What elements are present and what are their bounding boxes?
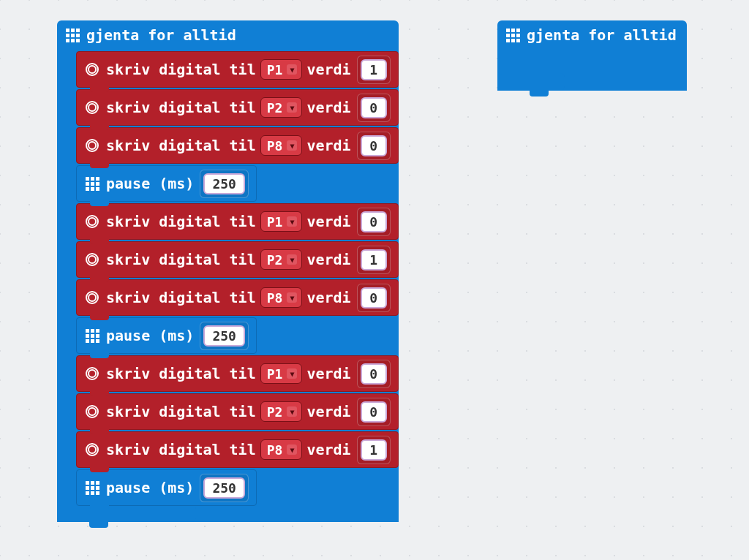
write-label-post: verdi — [306, 99, 350, 116]
target-icon — [84, 137, 100, 154]
pin-dropdown[interactable]: P2 ▼ — [260, 401, 303, 422]
write-label-pre: skriv digital til — [106, 137, 256, 154]
forever-block[interactable]: gjenta for alltid skriv digital til P1 ▼… — [57, 20, 399, 522]
forever-header[interactable]: gjenta for alltid — [497, 20, 687, 50]
target-icon — [84, 404, 100, 420]
chevron-down-icon: ▼ — [287, 292, 297, 303]
value-number[interactable]: 1 — [361, 59, 387, 80]
grid-icon — [505, 27, 521, 43]
value-slot[interactable]: 0 — [357, 284, 391, 312]
ms-number[interactable]: 250 — [203, 477, 245, 499]
target-icon — [84, 61, 100, 77]
pin-dropdown[interactable]: P8 ▼ — [260, 287, 303, 308]
forever-block[interactable]: gjenta for alltid — [497, 20, 687, 91]
digital-write-block[interactable]: skriv digital til P1 ▼ verdi 1 — [76, 51, 399, 88]
write-label-pre: skriv digital til — [106, 289, 256, 306]
value-number[interactable]: 1 — [361, 439, 387, 461]
digital-write-block[interactable]: skriv digital til P8 ▼ verdi 1 — [76, 431, 399, 468]
pin-dropdown[interactable]: P8 ▼ — [260, 439, 303, 460]
pause-label: pause (ms) — [106, 479, 194, 496]
forever-loop-empty[interactable]: gjenta for alltid — [497, 20, 687, 91]
write-label-post: verdi — [306, 213, 350, 230]
pin-dropdown[interactable]: P1 ▼ — [260, 59, 303, 80]
pin-value: P1 — [267, 214, 283, 230]
forever-label: gjenta for alltid — [527, 26, 677, 44]
pin-value: P2 — [267, 252, 283, 268]
ms-slot[interactable]: 250 — [200, 170, 249, 198]
pin-dropdown[interactable]: P1 ▼ — [260, 211, 303, 232]
forever-header[interactable]: gjenta for alltid — [57, 20, 399, 50]
chevron-down-icon: ▼ — [287, 64, 297, 75]
write-label-post: verdi — [306, 403, 350, 420]
ms-slot[interactable]: 250 — [200, 322, 249, 350]
value-slot[interactable]: 0 — [357, 208, 391, 236]
pin-dropdown[interactable]: P2 ▼ — [260, 97, 303, 118]
ms-number[interactable]: 250 — [203, 325, 245, 347]
chevron-down-icon: ▼ — [287, 254, 297, 265]
pin-dropdown[interactable]: P8 ▼ — [260, 135, 303, 156]
pin-value: P8 — [267, 290, 283, 306]
value-number[interactable]: 0 — [361, 135, 387, 156]
loop-body[interactable]: skriv digital til P1 ▼ verdi 1 skriv dig… — [76, 50, 399, 506]
value-number[interactable]: 0 — [361, 211, 387, 232]
value-slot[interactable]: 1 — [357, 246, 391, 274]
pause-block[interactable]: pause (ms) 250 — [76, 317, 257, 354]
digital-write-block[interactable]: skriv digital til P8 ▼ verdi 0 — [76, 279, 399, 316]
write-label-post: verdi — [306, 289, 350, 306]
value-slot[interactable]: 0 — [357, 360, 391, 388]
value-number[interactable]: 0 — [361, 401, 387, 423]
value-slot[interactable]: 0 — [357, 94, 391, 122]
pause-label: pause (ms) — [106, 175, 194, 192]
grid-icon — [84, 328, 100, 344]
loop-arm — [497, 50, 516, 75]
pin-value: P2 — [267, 404, 283, 420]
value-number[interactable]: 0 — [361, 287, 387, 309]
write-label-pre: skriv digital til — [106, 441, 256, 458]
target-icon — [84, 251, 100, 268]
loop-arm — [57, 50, 76, 506]
ms-number[interactable]: 250 — [203, 173, 245, 194]
pin-value: P1 — [267, 62, 283, 77]
forever-label: gjenta for alltid — [86, 26, 236, 44]
chevron-down-icon: ▼ — [287, 444, 297, 455]
pin-dropdown[interactable]: P1 ▼ — [260, 363, 303, 384]
grid-icon — [84, 480, 100, 496]
value-number[interactable]: 1 — [361, 249, 387, 270]
target-icon — [84, 213, 100, 230]
loop-footer — [57, 504, 196, 522]
digital-write-block[interactable]: skriv digital til P2 ▼ verdi 0 — [76, 393, 399, 430]
pause-block[interactable]: pause (ms) 250 — [76, 469, 257, 506]
pin-value: P2 — [267, 100, 283, 116]
value-slot[interactable]: 0 — [357, 132, 391, 160]
value-slot[interactable]: 1 — [357, 436, 391, 464]
value-number[interactable]: 0 — [361, 97, 387, 118]
ms-slot[interactable]: 250 — [200, 474, 249, 502]
loop-body-empty[interactable] — [516, 50, 565, 75]
grid-icon — [64, 27, 80, 43]
pause-block[interactable]: pause (ms) 250 — [76, 165, 257, 202]
chevron-down-icon: ▼ — [287, 102, 297, 113]
chevron-down-icon: ▼ — [287, 368, 297, 379]
write-label-pre: skriv digital til — [106, 403, 256, 420]
pin-value: P1 — [267, 366, 283, 382]
grid-icon — [84, 175, 100, 192]
write-label-post: verdi — [306, 61, 350, 78]
forever-loop-main[interactable]: gjenta for alltid skriv digital til P1 ▼… — [57, 20, 399, 522]
target-icon — [84, 442, 100, 458]
digital-write-block[interactable]: skriv digital til P2 ▼ verdi 1 — [76, 241, 399, 278]
loop-footer — [497, 73, 565, 91]
value-slot[interactable]: 0 — [357, 398, 391, 426]
write-label-pre: skriv digital til — [106, 365, 256, 382]
empty-drop-slot[interactable] — [516, 51, 565, 73]
digital-write-block[interactable]: skriv digital til P2 ▼ verdi 0 — [76, 89, 399, 126]
digital-write-block[interactable]: skriv digital til P8 ▼ verdi 0 — [76, 127, 399, 164]
digital-write-block[interactable]: skriv digital til P1 ▼ verdi 0 — [76, 203, 399, 240]
value-slot[interactable]: 1 — [357, 56, 391, 84]
write-label-pre: skriv digital til — [106, 251, 256, 268]
write-label-post: verdi — [306, 365, 350, 382]
pin-dropdown[interactable]: P2 ▼ — [260, 249, 303, 270]
write-label-pre: skriv digital til — [106, 213, 256, 230]
write-label-pre: skriv digital til — [106, 99, 256, 116]
digital-write-block[interactable]: skriv digital til P1 ▼ verdi 0 — [76, 355, 399, 392]
value-number[interactable]: 0 — [361, 363, 387, 385]
